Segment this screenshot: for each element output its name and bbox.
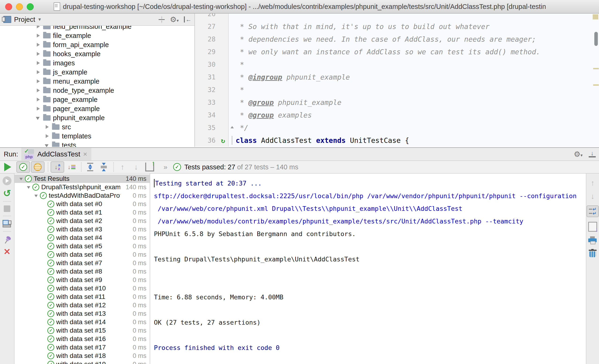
clear-all-icon[interactable]	[589, 249, 597, 257]
project-tree-item[interactable]: pager_example	[0, 104, 194, 113]
test-tree-item[interactable]: ✓with data set #40 ms	[15, 233, 150, 242]
scroll-down-icon[interactable]: ↓	[591, 192, 595, 201]
editor-line[interactable]: 29 * we only want an instance of AddClas…	[195, 45, 599, 58]
chevron-down-icon[interactable]: ▼	[37, 17, 42, 22]
project-tree-item[interactable]: phpunit_example	[0, 113, 194, 123]
test-tree-item[interactable]: ✓with data set #110 ms	[15, 293, 150, 301]
editor-scrollbar-thumb[interactable]	[594, 32, 598, 46]
project-tree-item[interactable]: menu_example	[0, 77, 194, 86]
rerun-tests-play-icon[interactable]	[4, 163, 11, 171]
test-tree-item[interactable]: ✓with data set #60 ms	[15, 250, 150, 259]
stop-icon[interactable]	[4, 205, 10, 212]
expand-arrow-icon[interactable]	[35, 33, 41, 39]
project-tree-item[interactable]: hooks_example	[0, 49, 194, 59]
test-tree-item[interactable]: ✓with data set #160 ms	[15, 335, 150, 343]
inspection-status-square[interactable]	[593, 14, 598, 19]
show-ignored-button[interactable]	[31, 161, 44, 173]
test-tree-item[interactable]: ✓with data set #150 ms	[15, 326, 150, 335]
show-passed-button[interactable]: ✓	[16, 161, 30, 173]
test-tree-item[interactable]: ✓with data set #180 ms	[15, 352, 150, 360]
gear-icon[interactable]: ⚙▾	[170, 16, 179, 23]
project-tree-item[interactable]: form_api_example	[0, 40, 194, 49]
sort-by-duration-button[interactable]: ↓	[65, 162, 78, 172]
test-tree-item[interactable]: ✓with data set #80 ms	[15, 267, 150, 276]
collapse-all-icon[interactable]: ↓↑	[159, 16, 165, 23]
project-tree-item[interactable]: js_example	[0, 68, 194, 77]
pin-tab-icon[interactable]	[1, 234, 13, 246]
test-tree-item[interactable]: ✓with data set #100 ms	[15, 284, 150, 293]
test-tree-item[interactable]: ✓with data set #120 ms	[15, 301, 150, 310]
project-title[interactable]: Project	[14, 16, 35, 23]
editor-line[interactable]: 33 * @group phpunit_example	[195, 96, 599, 109]
expand-arrow-icon[interactable]	[35, 106, 41, 112]
test-tree-item[interactable]: ✓with data set #170 ms	[15, 343, 150, 352]
collapse-arrow-icon[interactable]	[33, 193, 39, 198]
warning-stripe-mark[interactable]	[593, 68, 599, 69]
close-window-button[interactable]	[5, 3, 12, 10]
test-console-output[interactable]: Testing started at 20:37 ...sftp://docke…	[150, 174, 586, 364]
collapse-arrow-icon[interactable]	[18, 176, 24, 182]
zoom-window-button[interactable]	[27, 3, 34, 10]
collapse-arrow-icon[interactable]	[44, 142, 50, 147]
rerun-failed-tests-icon[interactable]	[3, 176, 11, 185]
project-tree-item[interactable]: file_example	[0, 31, 194, 40]
editor-line[interactable]: 32 *	[195, 83, 599, 96]
project-tree-item[interactable]: images	[0, 59, 194, 68]
project-tree-item[interactable]: field_permission_example	[0, 26, 194, 31]
hide-panel-icon[interactable]: ↓	[589, 151, 596, 157]
warning-stripe-mark[interactable]	[593, 84, 599, 86]
editor-line[interactable]: 31 * @ingroup phpunit_example	[195, 71, 599, 83]
test-tree-item[interactable]: ✓with data set #90 ms	[15, 276, 150, 284]
previous-failed-test-button[interactable]: ↑	[116, 162, 129, 172]
editor-line[interactable]: 30 *	[195, 58, 599, 71]
editor-line[interactable]: 28 * dependencies we need. In the case o…	[195, 33, 599, 45]
collapse-arrow-icon[interactable]	[35, 115, 41, 121]
editor-line[interactable]: 27 * So with that in mind, it's up to us…	[195, 20, 599, 33]
collapse-all-button[interactable]	[97, 162, 110, 172]
gear-icon[interactable]: ⚙▾	[574, 150, 583, 158]
test-tree-item[interactable]: ✓Drupal\Tests\phpunit_example140 ms	[15, 183, 150, 191]
test-tree-item[interactable]: ✓testAddWithBadDataProvider0 ms	[15, 191, 150, 200]
expand-arrow-icon[interactable]	[44, 124, 50, 130]
code-editor[interactable]: 2627 * So with that in mind, it's up to …	[195, 14, 599, 147]
project-tree-item[interactable]: src	[0, 123, 194, 132]
tab-addclasstest[interactable]: ✓ php AddClassTest ×	[21, 148, 91, 160]
fold-marker[interactable]	[229, 121, 236, 134]
editor-line[interactable]: 26	[195, 14, 599, 20]
expand-arrow-icon[interactable]	[35, 42, 41, 48]
expand-arrow-icon[interactable]	[35, 69, 41, 75]
test-tree-item[interactable]: ✓with data set #190 ms	[15, 360, 150, 364]
editor-line[interactable]: 36↻class AddClassTest extends UnitTestCa…	[195, 134, 599, 147]
collapse-arrow-icon[interactable]	[26, 184, 32, 190]
scroll-up-icon[interactable]: ↑	[591, 179, 595, 187]
editor-line[interactable]: 34 * @group examples	[195, 109, 599, 121]
rerun-icon[interactable]: ↺	[3, 189, 11, 197]
expand-arrow-icon[interactable]	[35, 88, 41, 94]
hide-panel-icon[interactable]: ←	[184, 16, 192, 23]
test-tree-item[interactable]: ✓with data set #140 ms	[15, 318, 150, 326]
fold-marker[interactable]	[229, 134, 236, 147]
expand-arrow-icon[interactable]	[35, 26, 41, 30]
soft-wrap-button[interactable]: ↵ ↵	[587, 205, 599, 217]
expand-arrow-icon[interactable]	[35, 97, 41, 103]
test-tree-item[interactable]: ✓with data set #10 ms	[15, 208, 150, 217]
close-icon[interactable]: ✕	[3, 248, 10, 256]
test-tree-item[interactable]: ✓with data set #70 ms	[15, 259, 150, 267]
expand-arrow-icon[interactable]	[35, 79, 41, 85]
import-test-results-button[interactable]: ↑	[143, 162, 156, 172]
project-tree-item[interactable]: page_example	[0, 95, 194, 104]
close-tab-icon[interactable]: ×	[83, 150, 87, 158]
test-tree-item[interactable]: ✓with data set #130 ms	[15, 310, 150, 318]
test-tree-item[interactable]: ✓with data set #50 ms	[15, 242, 150, 250]
sort-alphabetically-button[interactable]: ↓az	[51, 161, 64, 173]
expand-all-button[interactable]	[84, 162, 97, 172]
test-tree-item[interactable]: ✓with data set #00 ms	[15, 200, 150, 208]
expand-arrow-icon[interactable]	[35, 51, 41, 57]
expand-arrow-icon[interactable]	[35, 60, 41, 66]
project-tree-item[interactable]: tests	[0, 141, 194, 147]
test-tree-item[interactable]: ✓with data set #20 ms	[15, 217, 150, 225]
scroll-to-end-icon[interactable]: ↓	[588, 222, 597, 232]
more-actions-icon[interactable]: »	[164, 163, 167, 171]
print-icon[interactable]	[588, 236, 597, 244]
test-tree-item[interactable]: ✓Test Results140 ms	[15, 175, 150, 183]
